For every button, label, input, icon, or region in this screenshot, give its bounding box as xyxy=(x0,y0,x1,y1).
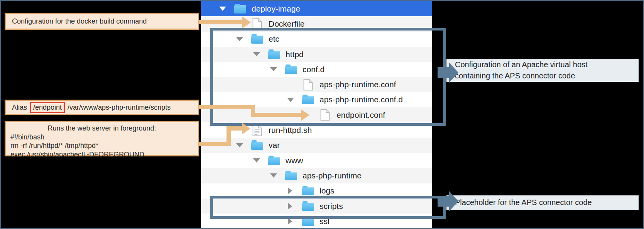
note-run-title: Runs the web server in foreground: xyxy=(10,124,193,133)
note-run-line: exec /usr/sbin/apachectl -DFOREGROUND xyxy=(10,150,193,159)
folder-icon xyxy=(285,66,297,74)
tree-row-label: httpd xyxy=(286,50,304,59)
note-alias-highlight: /endpoint xyxy=(30,102,65,113)
folder-icon xyxy=(302,187,314,195)
tree-row-logs[interactable]: logs xyxy=(201,183,432,198)
tree-row-run-httpd.sh[interactable]: run-httpd.sh xyxy=(201,122,432,137)
tree-row-label: conf.d xyxy=(303,65,325,74)
disclosure-expanded-icon[interactable] xyxy=(270,173,277,178)
file-icon xyxy=(303,79,313,91)
folder-icon xyxy=(302,96,314,104)
folder-icon xyxy=(251,36,263,44)
disclosure-expanded-icon[interactable] xyxy=(253,158,260,163)
disclosure-expanded-icon[interactable] xyxy=(236,37,243,41)
tree-row-label: aps-php-runtime.conf.d xyxy=(319,95,403,104)
tree-row-endpoint.conf[interactable]: endpoint.conf xyxy=(201,107,432,122)
tree-row-label: var xyxy=(269,141,280,150)
file-icon xyxy=(252,18,262,30)
tree-row-www[interactable]: www xyxy=(201,153,432,168)
tree-row-label: aps-php-runtime xyxy=(303,171,362,180)
tree-row-conf.d[interactable]: conf.d xyxy=(201,62,432,77)
disclosure-expanded-icon[interactable] xyxy=(287,98,294,102)
disclosure-expanded-icon[interactable] xyxy=(236,143,243,148)
tree-row-label: aps-php-runtime.conf xyxy=(319,80,396,89)
tree-row-aps-php-runtime[interactable]: aps-php-runtime xyxy=(201,168,432,183)
file-tree: deploy-image Dockerfile etc httpd conf.d… xyxy=(201,1,432,229)
tree-row-label: endpoint.conf xyxy=(336,110,385,120)
tree-row-deploy-image[interactable]: deploy-image xyxy=(201,1,432,16)
note-apache-vhost-text: Configuration of an Apache virtual host … xyxy=(455,59,621,81)
folder-icon xyxy=(302,218,314,226)
tree-row-aps-php-runtime.conf[interactable]: aps-php-runtime.conf xyxy=(201,77,432,92)
folder-icon xyxy=(268,157,280,165)
disclosure-expanded-icon[interactable] xyxy=(253,52,260,56)
note-dockerfile-text: Configuration for the docker build comma… xyxy=(12,17,147,25)
folder-icon xyxy=(234,5,246,14)
note-alias-prefix: Alias xyxy=(12,103,27,112)
folder-icon xyxy=(302,203,314,211)
folder-icon xyxy=(268,51,280,59)
tree-row-label: Dockerfile xyxy=(269,19,304,29)
tree-row-scripts[interactable]: scripts xyxy=(201,198,432,214)
note-placeholder: Placeholder for the APS connector code xyxy=(446,195,639,210)
script-file-icon xyxy=(252,124,262,136)
folder-icon xyxy=(285,172,297,180)
note-run-script: Runs the web server in foreground: #!/bi… xyxy=(5,121,199,156)
note-alias: Alias /endpoint /var/www/aps-php-runtime… xyxy=(5,100,199,115)
tree-row-label: www xyxy=(286,156,303,165)
tree-row-ssl[interactable]: ssl xyxy=(201,214,432,229)
disclosure-collapsed-icon[interactable] xyxy=(288,218,292,225)
tree-row-aps-php-runtime.conf.d[interactable]: aps-php-runtime.conf.d xyxy=(201,92,432,107)
tree-row-label: run-httpd.sh xyxy=(269,126,312,135)
folder-icon xyxy=(251,142,263,150)
tree-row-httpd[interactable]: httpd xyxy=(201,47,432,62)
tree-row-var[interactable]: var xyxy=(201,138,432,153)
tree-row-label: logs xyxy=(319,186,335,195)
note-placeholder-text: Placeholder for the APS connector code xyxy=(455,197,639,208)
disclosure-expanded-icon[interactable] xyxy=(270,67,277,71)
tree-row-label: deploy-image xyxy=(252,4,300,14)
note-apache-vhost: Configuration of an Apache virtual host … xyxy=(446,59,639,82)
tree-row-label: etc xyxy=(269,34,279,44)
disclosure-collapsed-icon[interactable] xyxy=(288,187,292,194)
note-run-line: rm -rf /run/httpd/* /tmp/httpd* xyxy=(10,141,193,150)
note-run-line: #!/bin/bash xyxy=(10,133,193,142)
tree-row-label: ssl xyxy=(319,217,330,226)
diagram-canvas: deploy-image Dockerfile etc httpd conf.d… xyxy=(0,0,644,229)
note-alias-suffix: /var/www/aps-php-runtime/scripts xyxy=(68,103,171,112)
disclosure-collapsed-icon[interactable] xyxy=(288,203,292,210)
tree-row-etc[interactable]: etc xyxy=(201,32,432,47)
note-dockerfile: Configuration for the docker build comma… xyxy=(5,13,199,30)
tree-row-label: scripts xyxy=(319,202,343,211)
disclosure-expanded-icon[interactable] xyxy=(219,7,226,11)
tree-row-Dockerfile[interactable]: Dockerfile xyxy=(201,16,432,31)
file-icon xyxy=(320,109,330,121)
